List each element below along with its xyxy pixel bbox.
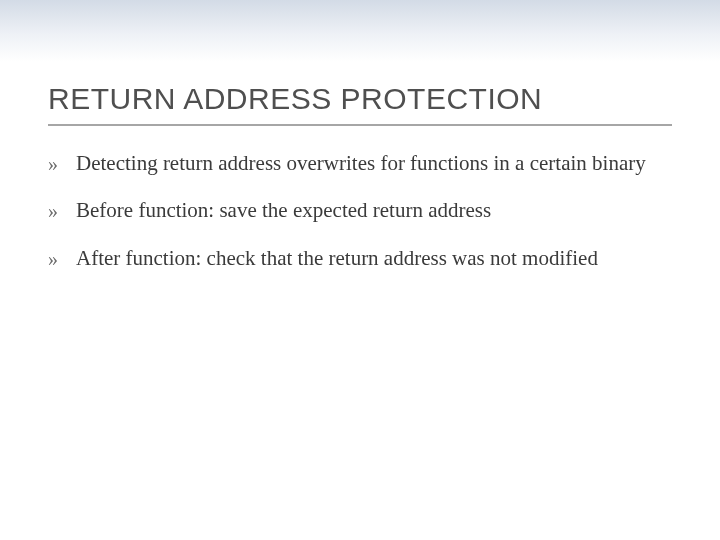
title-underline bbox=[48, 124, 672, 126]
list-item: » Detecting return address overwrites fo… bbox=[48, 150, 660, 177]
bullet-icon: » bbox=[48, 245, 76, 272]
list-item-text: Detecting return address overwrites for … bbox=[76, 150, 660, 177]
list-item: » After function: check that the return … bbox=[48, 245, 660, 272]
list-item: » Before function: save the expected ret… bbox=[48, 197, 660, 224]
list-item-text: After function: check that the return ad… bbox=[76, 245, 660, 272]
slide-title: RETURN ADDRESS PROTECTION bbox=[48, 82, 672, 116]
bullet-icon: » bbox=[48, 150, 76, 177]
list-item-text: Before function: save the expected retur… bbox=[76, 197, 660, 224]
header-gradient bbox=[0, 0, 720, 62]
slide: RETURN ADDRESS PROTECTION » Detecting re… bbox=[0, 0, 720, 540]
slide-body: » Detecting return address overwrites fo… bbox=[48, 150, 660, 292]
bullet-icon: » bbox=[48, 197, 76, 224]
